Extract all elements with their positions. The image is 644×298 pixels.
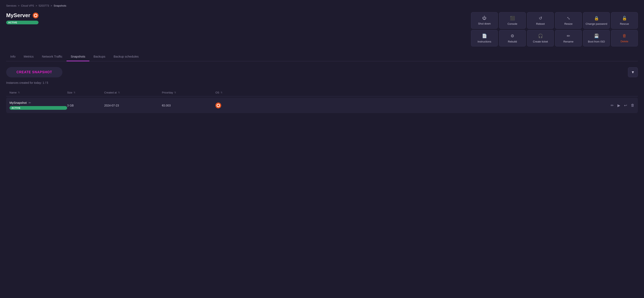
resize-icon: ⤡ <box>567 16 570 21</box>
table-header: Name ⇅ Size ⇅ Created at ⇅ Price/day ⇅ O… <box>6 89 638 96</box>
snapshots-section: CREATE SNAPSHOT ▼ Instances created for … <box>6 67 638 113</box>
snapshot-play-icon: ▶ <box>618 103 620 108</box>
snapshot-name-cell: MySnapshot ✏ ACTIVE <box>10 101 67 110</box>
rebuild-button[interactable]: ⚙ Rebuild <box>499 30 526 46</box>
snapshot-os-cell <box>216 103 256 108</box>
snapshot-created-at: 2024-07-23 <box>104 104 162 107</box>
snapshot-name: MySnapshot <box>10 101 26 104</box>
reboot-label: Reboot <box>536 22 545 25</box>
snapshot-edit-button[interactable]: ✏ <box>611 103 614 108</box>
col-created-at[interactable]: Created at ⇅ <box>104 91 162 94</box>
instructions-label: Instructions <box>478 40 491 43</box>
create-snapshot-button[interactable]: CREATE SNAPSHOT <box>6 67 62 77</box>
shutdown-icon: ⏻ <box>482 16 486 21</box>
snapshot-price: €0.003 <box>162 104 216 107</box>
instructions-icon: 📄 <box>482 34 487 38</box>
snapshot-revert-icon: ↩ <box>624 103 627 108</box>
breadcrumb-server-id[interactable]: 5203773 <box>39 4 49 7</box>
delete-button[interactable]: 🗑 Delete <box>611 30 638 46</box>
reboot-button[interactable]: ↺ Reboot <box>527 12 554 29</box>
snapshot-name-row: MySnapshot ✏ <box>10 101 67 104</box>
snapshot-name-edit-icon[interactable]: ✏ <box>29 101 31 104</box>
snapshot-delete-icon: 🗑 <box>631 103 634 107</box>
instances-info: Instances created for today: 1 / 5 <box>6 81 638 84</box>
snapshot-size: 3 GB <box>67 104 104 107</box>
breadcrumb-services[interactable]: Services <box>6 4 16 7</box>
change-password-label: Change password <box>586 22 607 25</box>
col-size[interactable]: Size ⇅ <box>67 91 104 94</box>
shutdown-label: Shut down <box>478 22 490 25</box>
breadcrumb-cloud-vps[interactable]: Cloud VPS <box>21 4 34 7</box>
resize-button[interactable]: ⤡ Resize <box>555 12 582 29</box>
snapshot-edit-icon: ✏ <box>611 103 614 108</box>
change-password-icon: 🔒 <box>594 16 599 21</box>
server-title-area: MyServer ACTIVE <box>6 12 38 24</box>
console-label: Console <box>508 22 517 25</box>
row-actions: ✏ ▶ ↩ 🗑 <box>256 103 634 108</box>
create-ticket-icon: 🎧 <box>538 34 543 38</box>
col-name[interactable]: Name ⇅ <box>10 91 67 94</box>
rename-label: Rename <box>563 40 573 43</box>
console-button[interactable]: ⬛ Console <box>499 12 526 29</box>
server-header: MyServer ACTIVE ⏻ Shut down ⬛ Console ↺ … <box>6 12 638 46</box>
sort-price-icon: ⇅ <box>174 91 176 94</box>
instructions-button[interactable]: 📄 Instructions <box>471 30 498 46</box>
rebuild-label: Rebuild <box>508 40 517 43</box>
rescue-button[interactable]: 🔓 Rescue <box>611 12 638 29</box>
breadcrumb-current: Snapshots <box>54 4 66 7</box>
sort-os-icon: ⇅ <box>220 91 222 94</box>
ubuntu-os-icon <box>33 13 38 18</box>
rebuild-icon: ⚙ <box>510 34 514 38</box>
snapshot-play-button[interactable]: ▶ <box>618 103 620 108</box>
server-name: MyServer <box>6 12 30 19</box>
tab-metrics[interactable]: Metrics <box>20 52 38 61</box>
shutdown-button[interactable]: ⏻ Shut down <box>471 12 498 29</box>
create-ticket-button[interactable]: 🎧 Create ticket <box>527 30 554 46</box>
nav-tabs: Info Metrics Network Traffic Snapshots B… <box>6 52 638 61</box>
snapshot-status-badge: ACTIVE <box>10 106 67 110</box>
sort-created-icon: ⇅ <box>118 91 120 94</box>
actions-grid: ⏻ Shut down ⬛ Console ↺ Reboot ⤡ Resize … <box>471 12 638 46</box>
boot-iso-button[interactable]: 💾 Boot from ISO <box>583 30 610 46</box>
delete-label: Delete <box>620 40 628 43</box>
rescue-label: Rescue <box>620 22 629 25</box>
col-os[interactable]: OS ⇅ <box>216 91 256 94</box>
filter-button[interactable]: ▼ <box>628 67 638 77</box>
snapshot-os-icon <box>216 103 221 108</box>
tab-backups[interactable]: Backups <box>90 52 110 61</box>
table-row: MySnapshot ✏ ACTIVE 3 GB 2024-07-23 €0.0… <box>6 98 638 113</box>
resize-label: Resize <box>564 22 572 25</box>
filter-icon: ▼ <box>631 70 635 75</box>
rescue-icon: 🔓 <box>622 16 627 21</box>
snapshots-top: CREATE SNAPSHOT ▼ <box>6 67 638 77</box>
create-ticket-label: Create ticket <box>533 40 548 43</box>
col-actions <box>256 91 634 94</box>
snapshot-delete-button[interactable]: 🗑 <box>631 103 634 107</box>
change-password-button[interactable]: 🔒 Change password <box>583 12 610 29</box>
delete-icon: 🗑 <box>622 34 626 38</box>
server-name-row: MyServer <box>6 12 38 19</box>
col-price-day[interactable]: Price/day ⇅ <box>162 91 216 94</box>
reboot-icon: ↺ <box>539 16 542 21</box>
tab-network-traffic[interactable]: Network Traffic <box>38 52 66 61</box>
tab-snapshots[interactable]: Snapshots <box>66 52 90 61</box>
status-badge: ACTIVE <box>6 21 38 24</box>
breadcrumb: Services > Cloud VPS > 5203773 > Snapsho… <box>6 4 638 7</box>
console-icon: ⬛ <box>510 16 515 21</box>
tab-backup-schedules[interactable]: Backup schedules <box>110 52 143 61</box>
sort-name-icon: ⇅ <box>18 91 20 94</box>
tab-info[interactable]: Info <box>6 52 20 61</box>
boot-iso-icon: 💾 <box>594 34 599 38</box>
rename-button[interactable]: ✏ Rename <box>555 30 582 46</box>
snapshot-revert-button[interactable]: ↩ <box>624 103 627 108</box>
rename-icon: ✏ <box>567 34 570 38</box>
sort-size-icon: ⇅ <box>74 91 76 94</box>
boot-iso-label: Boot from ISO <box>588 40 605 43</box>
